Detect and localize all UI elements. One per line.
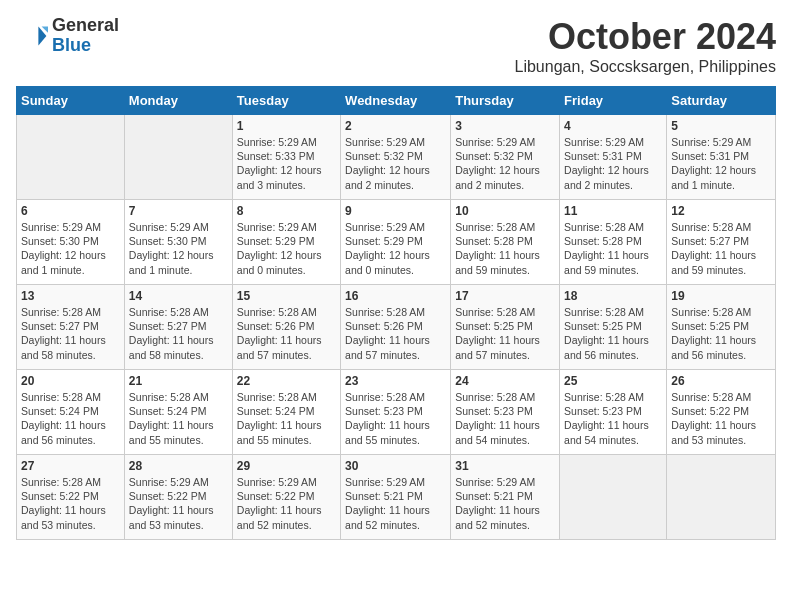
calendar-cell: 7Sunrise: 5:29 AM Sunset: 5:30 PM Daylig… [124, 200, 232, 285]
day-number: 31 [455, 459, 555, 473]
calendar-cell [560, 455, 667, 540]
day-number: 29 [237, 459, 336, 473]
day-info: Sunrise: 5:28 AM Sunset: 5:25 PM Dayligh… [564, 305, 662, 362]
day-info: Sunrise: 5:29 AM Sunset: 5:30 PM Dayligh… [129, 220, 228, 277]
day-info: Sunrise: 5:29 AM Sunset: 5:22 PM Dayligh… [129, 475, 228, 532]
logo: General Blue [16, 16, 119, 56]
week-row-1: 1Sunrise: 5:29 AM Sunset: 5:33 PM Daylig… [17, 115, 776, 200]
calendar-cell: 21Sunrise: 5:28 AM Sunset: 5:24 PM Dayli… [124, 370, 232, 455]
day-info: Sunrise: 5:28 AM Sunset: 5:24 PM Dayligh… [129, 390, 228, 447]
day-number: 13 [21, 289, 120, 303]
day-number: 10 [455, 204, 555, 218]
calendar-cell: 4Sunrise: 5:29 AM Sunset: 5:31 PM Daylig… [560, 115, 667, 200]
calendar-cell: 5Sunrise: 5:29 AM Sunset: 5:31 PM Daylig… [667, 115, 776, 200]
day-number: 18 [564, 289, 662, 303]
calendar-cell: 11Sunrise: 5:28 AM Sunset: 5:28 PM Dayli… [560, 200, 667, 285]
day-number: 23 [345, 374, 446, 388]
day-number: 7 [129, 204, 228, 218]
calendar-cell [17, 115, 125, 200]
calendar-cell: 2Sunrise: 5:29 AM Sunset: 5:32 PM Daylig… [341, 115, 451, 200]
week-row-5: 27Sunrise: 5:28 AM Sunset: 5:22 PM Dayli… [17, 455, 776, 540]
day-number: 9 [345, 204, 446, 218]
calendar-cell: 18Sunrise: 5:28 AM Sunset: 5:25 PM Dayli… [560, 285, 667, 370]
day-number: 6 [21, 204, 120, 218]
day-number: 12 [671, 204, 771, 218]
day-number: 14 [129, 289, 228, 303]
day-info: Sunrise: 5:28 AM Sunset: 5:23 PM Dayligh… [564, 390, 662, 447]
day-info: Sunrise: 5:28 AM Sunset: 5:26 PM Dayligh… [237, 305, 336, 362]
day-number: 21 [129, 374, 228, 388]
day-number: 26 [671, 374, 771, 388]
calendar-cell: 8Sunrise: 5:29 AM Sunset: 5:29 PM Daylig… [232, 200, 340, 285]
day-number: 19 [671, 289, 771, 303]
week-row-4: 20Sunrise: 5:28 AM Sunset: 5:24 PM Dayli… [17, 370, 776, 455]
weekday-header-tuesday: Tuesday [232, 87, 340, 115]
weekday-header-thursday: Thursday [451, 87, 560, 115]
calendar-cell: 29Sunrise: 5:29 AM Sunset: 5:22 PM Dayli… [232, 455, 340, 540]
logo-icon [16, 20, 48, 52]
weekday-header-sunday: Sunday [17, 87, 125, 115]
day-info: Sunrise: 5:29 AM Sunset: 5:29 PM Dayligh… [237, 220, 336, 277]
calendar-cell: 20Sunrise: 5:28 AM Sunset: 5:24 PM Dayli… [17, 370, 125, 455]
calendar-cell: 3Sunrise: 5:29 AM Sunset: 5:32 PM Daylig… [451, 115, 560, 200]
day-number: 27 [21, 459, 120, 473]
calendar-cell: 28Sunrise: 5:29 AM Sunset: 5:22 PM Dayli… [124, 455, 232, 540]
calendar-cell: 15Sunrise: 5:28 AM Sunset: 5:26 PM Dayli… [232, 285, 340, 370]
day-info: Sunrise: 5:28 AM Sunset: 5:24 PM Dayligh… [21, 390, 120, 447]
day-info: Sunrise: 5:28 AM Sunset: 5:28 PM Dayligh… [564, 220, 662, 277]
calendar-cell: 9Sunrise: 5:29 AM Sunset: 5:29 PM Daylig… [341, 200, 451, 285]
weekday-header-monday: Monday [124, 87, 232, 115]
calendar-cell: 31Sunrise: 5:29 AM Sunset: 5:21 PM Dayli… [451, 455, 560, 540]
calendar-table: SundayMondayTuesdayWednesdayThursdayFrid… [16, 86, 776, 540]
day-info: Sunrise: 5:29 AM Sunset: 5:22 PM Dayligh… [237, 475, 336, 532]
week-row-3: 13Sunrise: 5:28 AM Sunset: 5:27 PM Dayli… [17, 285, 776, 370]
day-info: Sunrise: 5:28 AM Sunset: 5:26 PM Dayligh… [345, 305, 446, 362]
day-info: Sunrise: 5:28 AM Sunset: 5:27 PM Dayligh… [21, 305, 120, 362]
calendar-cell: 19Sunrise: 5:28 AM Sunset: 5:25 PM Dayli… [667, 285, 776, 370]
calendar-cell: 27Sunrise: 5:28 AM Sunset: 5:22 PM Dayli… [17, 455, 125, 540]
day-info: Sunrise: 5:28 AM Sunset: 5:22 PM Dayligh… [21, 475, 120, 532]
day-info: Sunrise: 5:29 AM Sunset: 5:30 PM Dayligh… [21, 220, 120, 277]
weekday-header-row: SundayMondayTuesdayWednesdayThursdayFrid… [17, 87, 776, 115]
weekday-header-saturday: Saturday [667, 87, 776, 115]
day-number: 1 [237, 119, 336, 133]
day-number: 5 [671, 119, 771, 133]
day-number: 20 [21, 374, 120, 388]
day-number: 22 [237, 374, 336, 388]
day-info: Sunrise: 5:29 AM Sunset: 5:32 PM Dayligh… [345, 135, 446, 192]
day-number: 30 [345, 459, 446, 473]
calendar-cell: 17Sunrise: 5:28 AM Sunset: 5:25 PM Dayli… [451, 285, 560, 370]
day-info: Sunrise: 5:29 AM Sunset: 5:31 PM Dayligh… [564, 135, 662, 192]
day-number: 24 [455, 374, 555, 388]
month-title: October 2024 [515, 16, 777, 58]
day-info: Sunrise: 5:29 AM Sunset: 5:31 PM Dayligh… [671, 135, 771, 192]
day-number: 8 [237, 204, 336, 218]
day-info: Sunrise: 5:29 AM Sunset: 5:29 PM Dayligh… [345, 220, 446, 277]
day-info: Sunrise: 5:29 AM Sunset: 5:32 PM Dayligh… [455, 135, 555, 192]
day-info: Sunrise: 5:28 AM Sunset: 5:23 PM Dayligh… [455, 390, 555, 447]
day-number: 15 [237, 289, 336, 303]
calendar-cell: 22Sunrise: 5:28 AM Sunset: 5:24 PM Dayli… [232, 370, 340, 455]
title-block: October 2024 Libungan, Soccsksargen, Phi… [515, 16, 777, 76]
day-number: 28 [129, 459, 228, 473]
calendar-cell [667, 455, 776, 540]
calendar-cell: 10Sunrise: 5:28 AM Sunset: 5:28 PM Dayli… [451, 200, 560, 285]
day-number: 3 [455, 119, 555, 133]
day-number: 4 [564, 119, 662, 133]
calendar-cell: 13Sunrise: 5:28 AM Sunset: 5:27 PM Dayli… [17, 285, 125, 370]
logo-line2: Blue [52, 36, 119, 56]
weekday-header-friday: Friday [560, 87, 667, 115]
day-number: 2 [345, 119, 446, 133]
calendar-cell: 6Sunrise: 5:29 AM Sunset: 5:30 PM Daylig… [17, 200, 125, 285]
day-info: Sunrise: 5:28 AM Sunset: 5:22 PM Dayligh… [671, 390, 771, 447]
day-info: Sunrise: 5:28 AM Sunset: 5:25 PM Dayligh… [671, 305, 771, 362]
calendar-cell: 25Sunrise: 5:28 AM Sunset: 5:23 PM Dayli… [560, 370, 667, 455]
day-info: Sunrise: 5:29 AM Sunset: 5:21 PM Dayligh… [455, 475, 555, 532]
day-info: Sunrise: 5:28 AM Sunset: 5:25 PM Dayligh… [455, 305, 555, 362]
page-header: General Blue October 2024 Libungan, Socc… [16, 16, 776, 76]
calendar-cell: 24Sunrise: 5:28 AM Sunset: 5:23 PM Dayli… [451, 370, 560, 455]
calendar-cell: 16Sunrise: 5:28 AM Sunset: 5:26 PM Dayli… [341, 285, 451, 370]
day-number: 11 [564, 204, 662, 218]
calendar-cell [124, 115, 232, 200]
day-number: 17 [455, 289, 555, 303]
